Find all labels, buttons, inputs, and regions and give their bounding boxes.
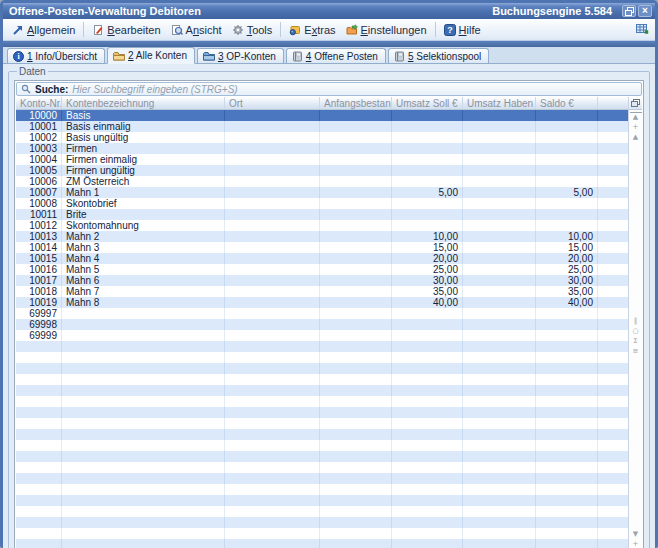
empty-row[interactable] xyxy=(16,396,628,407)
cell-haben xyxy=(463,297,536,308)
menu-item-label: Extras xyxy=(304,24,335,36)
empty-row[interactable] xyxy=(16,484,628,495)
column-header-konto-nr[interactable]: Konto-Nr. xyxy=(16,97,62,109)
cell-anfangsbestand xyxy=(320,495,392,506)
cell-name: Mahn 4 xyxy=(62,253,225,264)
empty-row[interactable] xyxy=(16,539,628,548)
tab-5-selektionspool[interactable]: 5 Selektionspool xyxy=(388,48,489,63)
menu-item-extras[interactable]: Extras xyxy=(284,22,340,38)
empty-row[interactable] xyxy=(16,473,628,484)
daten-groupbox: Daten Suche: Konto-Nr.KontenbezeichnungO… xyxy=(8,66,650,548)
empty-row[interactable] xyxy=(16,506,628,517)
empty-row[interactable] xyxy=(16,440,628,451)
cell-konto: 69999 xyxy=(16,330,62,341)
table-row[interactable]: 10016Mahn 525,0025,00 xyxy=(16,264,628,275)
menu-item-ansicht[interactable]: Ansicht xyxy=(166,22,227,38)
table-row[interactable]: 10002Basis ungültig xyxy=(16,132,628,143)
cell-anfangsbestand xyxy=(320,209,392,220)
table-row[interactable]: 10011Brite xyxy=(16,209,628,220)
cell-name: Firmen einmalig xyxy=(62,154,225,165)
cell-konto xyxy=(16,440,62,451)
table-row[interactable]: 10004Firmen einmalig xyxy=(16,154,628,165)
cell-soll xyxy=(392,484,463,495)
empty-row[interactable] xyxy=(16,374,628,385)
search-icon xyxy=(21,84,31,94)
sum-icon[interactable]: Σ xyxy=(630,337,642,345)
table-row[interactable]: 10013Mahn 210,0010,00 xyxy=(16,231,628,242)
search-input[interactable] xyxy=(72,83,637,95)
cell-filler xyxy=(598,363,628,374)
scroll-page-up-icon[interactable]: + xyxy=(630,123,642,131)
empty-row[interactable] xyxy=(16,385,628,396)
empty-row[interactable] xyxy=(16,429,628,440)
table-row[interactable]: 69998 xyxy=(16,319,628,330)
cell-ort xyxy=(225,418,320,429)
table-row[interactable]: 10008Skontobrief xyxy=(16,198,628,209)
menu-item-hilfe[interactable]: ?Hilfe xyxy=(439,22,486,38)
column-chooser-button[interactable] xyxy=(629,97,642,110)
scroll-down-icon[interactable]: ▼ xyxy=(630,530,642,538)
cell-konto: 10003 xyxy=(16,143,62,154)
tab-3-op-konten[interactable]: 3 OP-Konten xyxy=(197,48,284,63)
cell-soll xyxy=(392,517,463,528)
column-header-ort[interactable]: Ort xyxy=(225,97,320,109)
column-header-saldo[interactable]: Saldo € xyxy=(536,97,598,109)
cell-konto xyxy=(16,374,62,385)
cell-saldo xyxy=(536,374,598,385)
empty-row[interactable] xyxy=(16,363,628,374)
table-row[interactable]: 10006ZM Österreich xyxy=(16,176,628,187)
table-row[interactable]: 10019Mahn 840,0040,00 xyxy=(16,297,628,308)
empty-row[interactable] xyxy=(16,352,628,363)
table-row[interactable]: 10014Mahn 315,0015,00 xyxy=(16,242,628,253)
cell-anfangsbestand xyxy=(320,451,392,462)
cell-ort xyxy=(225,462,320,473)
table-row[interactable]: 10017Mahn 630,0030,00 xyxy=(16,275,628,286)
table-row[interactable]: 69997 xyxy=(16,308,628,319)
close-button[interactable]: × xyxy=(638,5,652,17)
menu-item-einstellungen[interactable]: Einstellungen xyxy=(341,22,432,38)
table-row[interactable]: 10003Firmen xyxy=(16,143,628,154)
cell-haben xyxy=(463,286,536,297)
column-header-kontenbezeichnung[interactable]: Kontenbezeichnung xyxy=(62,97,225,109)
scroll-to-top-icon[interactable]: ▲ xyxy=(630,112,642,121)
table-row[interactable]: 10000Basis xyxy=(16,110,628,121)
empty-row[interactable] xyxy=(16,407,628,418)
table-row[interactable]: 10015Mahn 420,0020,00 xyxy=(16,253,628,264)
cell-saldo xyxy=(536,154,598,165)
cell-anfangsbestand xyxy=(320,275,392,286)
freeze-column-icon[interactable]: ∥ xyxy=(630,317,642,325)
menu-item-allgemein[interactable]: Allgemein xyxy=(7,22,80,38)
layout-icon[interactable]: ≡ xyxy=(630,347,642,355)
tab-2-alle-konten[interactable]: 2 Alle Konten xyxy=(107,47,195,64)
menu-item-bearbeiten[interactable]: Bearbeiten xyxy=(87,22,165,38)
empty-row[interactable] xyxy=(16,462,628,473)
tab-4-offene-posten[interactable]: 4 Offene Posten xyxy=(286,48,386,63)
empty-row[interactable] xyxy=(16,517,628,528)
table-row[interactable]: 10001Basis einmalig xyxy=(16,121,628,132)
cell-filler xyxy=(598,242,628,253)
column-header-umsatz-haben[interactable]: Umsatz Haben € xyxy=(463,97,536,109)
empty-row[interactable] xyxy=(16,418,628,429)
table-row[interactable]: 69999 xyxy=(16,330,628,341)
tab-1-info-übersicht[interactable]: i1 Info/Übersicht xyxy=(7,48,105,63)
cell-filler xyxy=(598,253,628,264)
cell-ort xyxy=(225,484,320,495)
scroll-up-icon[interactable]: ▲ xyxy=(630,133,642,141)
zoom-icon[interactable]: ○ xyxy=(630,327,642,335)
empty-row[interactable] xyxy=(16,451,628,462)
column-header-umsatz-soll[interactable]: Umsatz Soll € xyxy=(392,97,463,109)
table-row[interactable]: 10005Firmen ungültig xyxy=(16,165,628,176)
restore-button[interactable] xyxy=(622,5,636,17)
empty-row[interactable] xyxy=(16,341,628,352)
empty-row[interactable] xyxy=(16,528,628,539)
book-icon xyxy=(394,51,405,62)
table-row[interactable]: 10018Mahn 735,0035,00 xyxy=(16,286,628,297)
cell-saldo xyxy=(536,539,598,548)
scroll-page-down-icon[interactable]: + xyxy=(630,540,642,548)
table-row[interactable]: 10007Mahn 15,005,00 xyxy=(16,187,628,198)
empty-row[interactable] xyxy=(16,495,628,506)
menu-item-tools[interactable]: Tools xyxy=(227,22,278,38)
column-header-anfangsbestand[interactable]: Anfangsbestand xyxy=(320,97,392,109)
table-row[interactable]: 10012Skontomahnung xyxy=(16,220,628,231)
grid-add-icon[interactable] xyxy=(634,23,651,37)
